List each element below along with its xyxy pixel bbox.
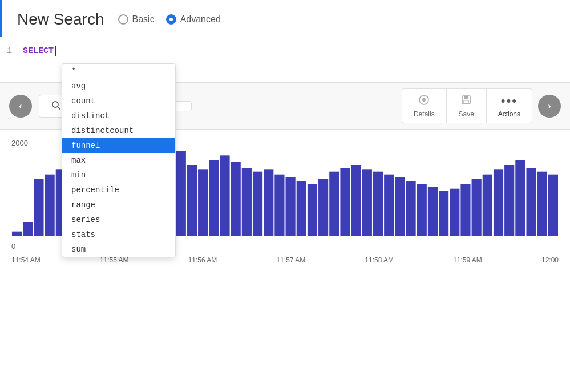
cursor xyxy=(55,46,56,56)
bar xyxy=(362,169,372,236)
bar xyxy=(297,181,306,236)
bar xyxy=(526,168,536,236)
x-label: 11:54 AM xyxy=(11,256,41,264)
radio-basic-label: Basic xyxy=(132,14,155,25)
autocomplete-item[interactable]: * xyxy=(62,64,175,79)
radio-basic-option[interactable]: Basic xyxy=(118,14,155,25)
keyword-select: SELECT xyxy=(23,46,54,56)
bar xyxy=(318,179,328,236)
bar xyxy=(351,165,361,236)
bar xyxy=(34,179,43,236)
radio-advanced-label: Advanced xyxy=(180,14,221,25)
bar xyxy=(494,169,503,236)
code-editor[interactable]: 1 SELECT xyxy=(0,37,570,66)
actions-label: Actions xyxy=(498,110,520,118)
svg-rect-6 xyxy=(464,100,468,103)
bar xyxy=(537,172,547,236)
autocomplete-item[interactable]: max xyxy=(62,153,175,168)
toolbar-right: Details Save ••• Actions xyxy=(402,88,532,123)
save-label: Save xyxy=(458,110,474,118)
autocomplete-item[interactable]: min xyxy=(62,168,175,183)
bar xyxy=(308,184,317,236)
radio-advanced-circle[interactable] xyxy=(166,14,176,25)
bar xyxy=(504,165,514,236)
bar xyxy=(285,177,295,236)
svg-rect-5 xyxy=(464,96,468,99)
x-label: 11:58 AM xyxy=(365,256,394,264)
autocomplete-item[interactable]: count xyxy=(62,94,175,108)
save-action[interactable]: Save xyxy=(447,89,487,123)
autocomplete-item[interactable]: stats xyxy=(62,227,175,242)
actions-icon: ••• xyxy=(501,94,518,108)
bar xyxy=(548,175,558,236)
details-action[interactable]: Details xyxy=(402,89,447,123)
svg-line-1 xyxy=(58,107,60,109)
page-title: New Search xyxy=(17,10,104,29)
page-container: New Search Basic Advanced 1 SELECT *avgc… xyxy=(0,0,570,392)
bar xyxy=(23,222,33,236)
radio-group: Basic Advanced xyxy=(118,14,221,25)
autocomplete-item[interactable]: sum xyxy=(62,242,175,257)
radio-basic-circle[interactable] xyxy=(118,14,128,25)
autocomplete-item[interactable]: series xyxy=(62,212,175,227)
bar xyxy=(406,181,415,236)
bar xyxy=(198,169,208,236)
bar xyxy=(329,172,339,236)
bar xyxy=(340,168,350,236)
bar xyxy=(439,191,448,236)
next-icon: › xyxy=(548,101,551,111)
svg-point-3 xyxy=(422,98,426,102)
next-button[interactable]: › xyxy=(538,95,561,118)
autocomplete-item[interactable]: distinct xyxy=(62,108,175,123)
bar xyxy=(384,175,394,236)
header: New Search Basic Advanced xyxy=(0,0,570,37)
line-number: 1 xyxy=(7,46,15,56)
x-label: 11:57 AM xyxy=(276,256,305,264)
bar xyxy=(373,172,383,236)
radio-advanced-option[interactable]: Advanced xyxy=(166,14,221,25)
bar xyxy=(220,155,229,236)
autocomplete-dropdown[interactable]: *avgcountdistinctdistinctcountfunnelmaxm… xyxy=(62,63,176,257)
actions-action[interactable]: ••• Actions xyxy=(487,89,532,123)
x-label: 11:55 AM xyxy=(100,256,129,264)
x-label: 11:56 AM xyxy=(188,256,217,264)
bar xyxy=(428,187,438,236)
bar xyxy=(274,175,284,236)
bar xyxy=(231,162,241,236)
x-label: 11:59 AM xyxy=(453,256,482,264)
autocomplete-item[interactable]: distinctcount xyxy=(62,123,175,138)
details-icon xyxy=(418,94,430,108)
bar xyxy=(515,160,525,236)
bar xyxy=(417,184,427,236)
details-label: Details xyxy=(414,110,435,118)
bar xyxy=(472,179,482,236)
bar xyxy=(187,165,197,236)
bar xyxy=(45,175,55,236)
bar xyxy=(12,232,22,236)
editor-area[interactable]: 1 SELECT *avgcountdistinctdistinctcountf… xyxy=(0,37,570,83)
search-icon xyxy=(51,100,61,112)
bar xyxy=(209,160,219,236)
autocomplete-item[interactable]: range xyxy=(62,197,175,212)
save-icon xyxy=(460,94,472,108)
bar xyxy=(483,175,492,236)
bar xyxy=(460,184,470,236)
bar xyxy=(253,172,262,236)
bar xyxy=(450,189,459,236)
autocomplete-item[interactable]: percentile xyxy=(62,183,175,197)
bar xyxy=(242,168,252,236)
autocomplete-item[interactable]: funnel xyxy=(62,138,175,153)
autocomplete-item[interactable]: avg xyxy=(62,79,175,94)
bar xyxy=(264,169,273,236)
bar xyxy=(176,151,186,236)
bar xyxy=(395,177,405,236)
prev-icon: ‹ xyxy=(19,101,22,111)
x-label: 12:00 xyxy=(541,256,559,264)
prev-button[interactable]: ‹ xyxy=(9,95,32,118)
